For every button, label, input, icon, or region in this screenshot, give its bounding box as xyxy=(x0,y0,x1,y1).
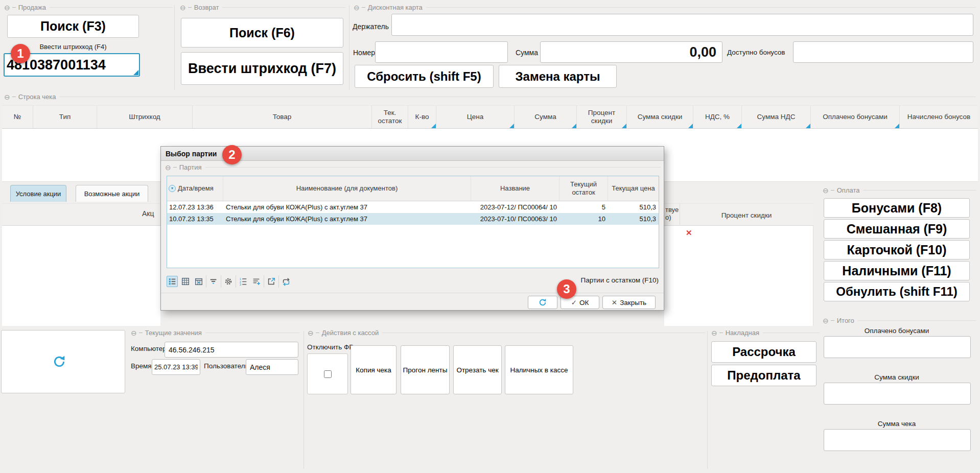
disable-fr-label: Отключить ФР xyxy=(307,343,354,351)
receipt-copy-button[interactable]: Копия чека xyxy=(351,345,396,394)
receipt-col-barcode[interactable]: Штрихкод xyxy=(97,106,193,128)
payment-group-title: Оплата xyxy=(837,186,860,194)
pay-mixed-button[interactable]: Смешанная (F9) xyxy=(824,219,970,239)
repeat-icon[interactable] xyxy=(281,276,292,287)
tape-feed-button[interactable]: Прогон ленты xyxy=(401,345,450,394)
cash-in-register-button[interactable]: Наличных в кассе xyxy=(505,345,573,394)
batch-row[interactable]: 12.07.23 13:36 Стельки для обуви КОЖА(Pl… xyxy=(167,201,659,213)
check-icon: ✓ xyxy=(571,298,577,306)
batch-col-name-doc[interactable]: Наименование (для документов) xyxy=(223,176,471,201)
refund-group-title: Возврат xyxy=(194,4,219,11)
available-bonus-label: Доступно бонусов xyxy=(727,49,785,56)
collapse-icon[interactable]: ⊖ xyxy=(823,187,829,194)
svg-text:3: 3 xyxy=(240,283,241,286)
promo-table-body-left[interactable] xyxy=(2,226,160,326)
collapse-icon[interactable]: ⊖ xyxy=(4,93,10,101)
paid-bonus-total-input[interactable] xyxy=(824,336,971,358)
receipt-col-paid-bonus[interactable]: Оплачено бонусами xyxy=(811,106,900,128)
calendar-view-icon[interactable] xyxy=(193,276,204,287)
cut-receipt-button[interactable]: Отрезать чек xyxy=(453,345,502,394)
receipt-col-discount-pct[interactable]: Процент скидки xyxy=(577,106,627,128)
receipt-col-stock[interactable]: Тек. остаток xyxy=(372,106,408,128)
annotation-step-3: 3 xyxy=(557,279,576,299)
receipt-col-price[interactable]: Цена xyxy=(436,106,515,128)
refund-search-button[interactable]: Поиск (F6) xyxy=(181,18,343,48)
cash-actions-group-title: Действия с кассой xyxy=(322,329,379,337)
open-external-icon[interactable] xyxy=(266,276,277,287)
tab-possible-promos[interactable]: Возможные акции xyxy=(76,185,148,202)
promo-col-discount-percent[interactable]: Процент скидки xyxy=(680,204,813,226)
collapse-icon[interactable]: ⊖ xyxy=(4,4,10,11)
pay-bonus-button[interactable]: Бонусами (F8) xyxy=(824,198,970,218)
totals-group-header: ⊖ Итого xyxy=(823,317,976,324)
pay-cash-button[interactable]: Наличными (F11) xyxy=(824,261,970,280)
collapse-icon[interactable]: ⊖ xyxy=(131,329,137,337)
current-values-group-header: ⊖ Текущие значения xyxy=(131,329,299,337)
collapse-icon[interactable]: ⊖ xyxy=(354,4,360,11)
receipt-col-vat[interactable]: НДС, % xyxy=(693,106,742,128)
list-view-icon[interactable] xyxy=(167,276,178,287)
available-bonus-input[interactable] xyxy=(793,41,973,63)
collapse-icon[interactable]: ⊖ xyxy=(180,4,186,11)
dialog-refresh-button[interactable] xyxy=(528,296,557,309)
batch-col-datetime[interactable]: ▾ Дата/время xyxy=(167,176,223,201)
receipt-col-discount-sum[interactable]: Сумма скидки xyxy=(627,106,693,128)
pay-reset-button[interactable]: Обнулить (shift F11) xyxy=(824,282,970,301)
promo-table-body-right[interactable]: ✕ xyxy=(664,226,813,326)
refund-enter-barcode-button[interactable]: Ввести штрихкод (F7) xyxy=(181,52,343,85)
receipt-col-qty[interactable]: К-во xyxy=(408,106,436,128)
receipt-col-vat-sum[interactable]: Сумма НДС xyxy=(742,106,811,128)
user-input[interactable] xyxy=(246,359,298,375)
receipt-total-input[interactable] xyxy=(824,429,971,451)
prepayment-button[interactable]: Предоплата xyxy=(711,365,816,386)
filter-icon[interactable] xyxy=(208,276,219,287)
batch-col-price[interactable]: Текущая цена xyxy=(608,176,659,201)
card-reset-button[interactable]: Сбросить (shift F5) xyxy=(355,65,494,88)
table-view-icon[interactable] xyxy=(180,276,191,287)
bottom-refresh-panel[interactable] xyxy=(1,330,125,393)
amount-input[interactable] xyxy=(540,41,722,63)
pos-app-window: ⊖ Продажа Поиск (F3) Ввести штрихкод (F4… xyxy=(0,0,980,473)
receipt-col-num[interactable]: № xyxy=(2,106,33,128)
card-number-input[interactable] xyxy=(375,41,508,63)
dialog-title: Выбор партии xyxy=(166,150,217,158)
installment-button[interactable]: Рассрочка xyxy=(711,341,816,363)
sort-desc-icon[interactable]: ▾ xyxy=(169,185,176,192)
payment-group-header: ⊖ Оплата xyxy=(823,186,976,194)
receipt-col-product[interactable]: Товар xyxy=(193,106,372,128)
receipt-col-type[interactable]: Тип xyxy=(33,106,97,128)
dialog-close-button[interactable]: ✕ Закрыть xyxy=(602,296,656,309)
disable-fr-checkbox[interactable] xyxy=(324,370,332,378)
computer-input[interactable] xyxy=(165,342,298,358)
batch-row-selected[interactable]: 10.07.23 13:35 Стельки для обуви КОЖА(Pl… xyxy=(167,213,659,225)
sale-group-header: ⊖ Продажа xyxy=(4,4,173,11)
receipt-col-accrued-bonus[interactable]: Начислено бонусов xyxy=(900,106,978,128)
promo-table-header-left xyxy=(2,203,160,226)
collapse-icon[interactable]: ⊖ xyxy=(823,317,829,324)
paid-bonus-total-label: Оплачено бонусами xyxy=(824,327,970,335)
current-values-group-title: Текущие значения xyxy=(145,329,202,337)
numbered-list-icon[interactable]: 123 xyxy=(238,276,249,287)
time-input[interactable] xyxy=(152,359,200,375)
list-add-icon[interactable] xyxy=(251,276,262,287)
refresh-icon[interactable] xyxy=(53,355,66,368)
holder-input[interactable] xyxy=(391,14,973,36)
batch-col-stock[interactable]: Текущий остаток xyxy=(559,176,608,201)
sale-search-button[interactable]: Поиск (F3) xyxy=(7,15,139,38)
receipt-total-label: Сумма чека xyxy=(824,420,970,428)
collapse-icon[interactable]: ⊖ xyxy=(165,164,171,171)
settings-gear-icon[interactable] xyxy=(223,276,234,287)
discount-total-input[interactable] xyxy=(824,383,971,405)
sale-group-title: Продажа xyxy=(18,4,46,11)
tab-promo-conditions[interactable]: Условие акции xyxy=(10,185,66,202)
batch-selection-dialog: Выбор партии ⊖ Партия ▾ Дата/время Наиме… xyxy=(160,146,664,311)
promo-col-fragment-left: Акц xyxy=(142,209,162,218)
receipt-col-sum[interactable]: Сумма xyxy=(515,106,577,128)
card-replace-button[interactable]: Замена карты xyxy=(499,65,617,88)
pay-card-button[interactable]: Карточкой (F10) xyxy=(824,240,970,259)
collapse-icon[interactable]: ⊖ xyxy=(711,329,717,337)
refresh-icon xyxy=(539,298,547,306)
collapse-icon[interactable]: ⊖ xyxy=(308,329,314,337)
batch-col-name[interactable]: Название xyxy=(471,176,559,201)
annotation-step-2: 2 xyxy=(222,145,242,164)
